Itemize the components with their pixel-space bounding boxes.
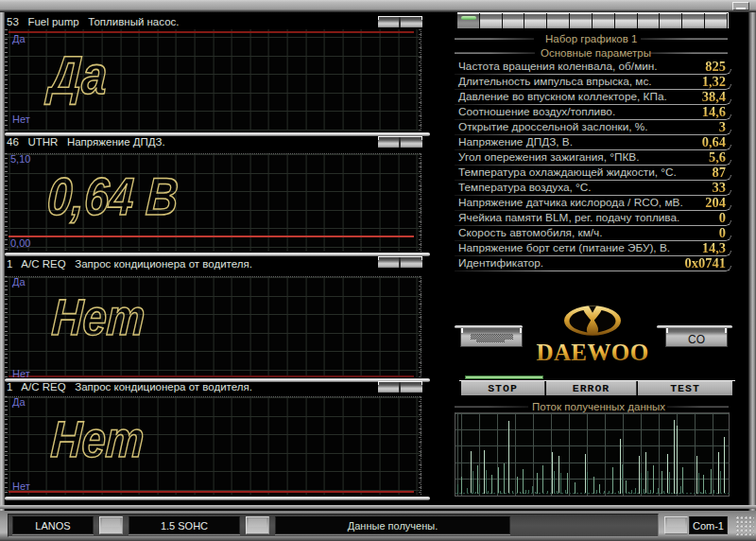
- svg-text:DAEWOO: DAEWOO: [536, 340, 648, 362]
